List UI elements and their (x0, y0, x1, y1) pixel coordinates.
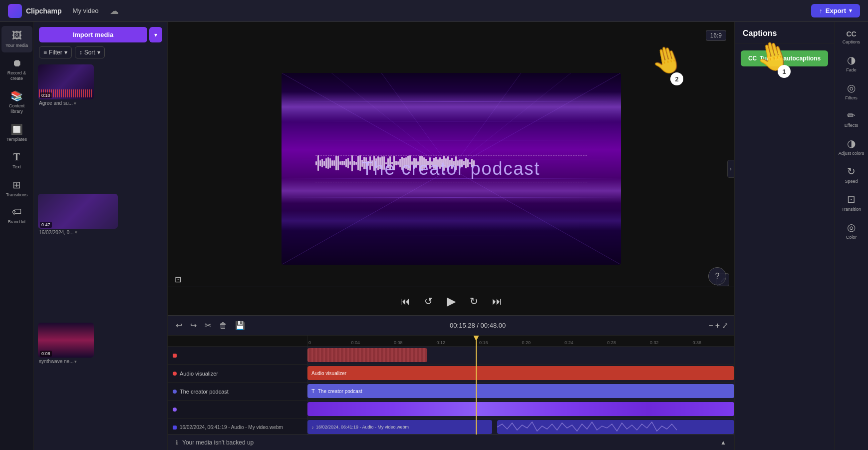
captions-header: Captions (735, 22, 834, 43)
logo-icon (8, 4, 22, 18)
sort-caret-icon: ▾ (97, 49, 100, 56)
sidebar-item-label: Brand kit (8, 219, 26, 225)
audio-clip-right[interactable] (497, 420, 734, 434)
preview-area: 16:9 (168, 22, 734, 315)
library-icon: 📚 (10, 90, 23, 102)
dotted-line-bottom (315, 182, 587, 182)
aspect-ratio-badge: 16:9 (706, 30, 726, 41)
audio-visualizer-clip[interactable]: Audio visualizer (307, 366, 734, 380)
transition-icon: ⊡ (847, 193, 856, 205)
speed-icon: ↻ (847, 165, 856, 177)
media-toolbar: Import media ▾ ≡ Filter ▾ ↕ Sort ▾ (34, 22, 167, 62)
cut-button[interactable]: ✂ (203, 320, 213, 331)
zoom-out-button[interactable]: − (708, 321, 713, 330)
export-button[interactable]: ↑ Export ▾ (811, 4, 860, 17)
help-button[interactable]: ? (708, 267, 726, 285)
media-item[interactable]: 0:10 Agree and su... ▾ (38, 64, 94, 190)
color-icon: ◎ (847, 221, 856, 233)
filter-sort-row: ≡ Filter ▾ ↕ Sort ▾ (39, 46, 162, 58)
timeline-ruler: 0 0:04 0:08 0:12 0:16 0:20 0:24 0:28 0:3… (307, 336, 734, 347)
fast-forward-button[interactable]: ↻ (468, 293, 480, 309)
backup-notice-collapse-icon[interactable]: ▲ (720, 439, 726, 446)
timeline-tracks-area[interactable]: 0 0:04 0:08 0:12 0:16 0:20 0:24 0:28 0:3… (307, 336, 734, 435)
right-panel-transition[interactable]: ⊡ Transition (836, 189, 867, 216)
video-clip-2[interactable] (307, 402, 734, 416)
turn-on-autocaptions-button[interactable]: CC Turn on autocaptions (741, 50, 828, 66)
undo-button[interactable]: ↩ (174, 320, 184, 331)
track-label-creator-podcast: The creator podcast (168, 383, 307, 401)
sidebar-item-your-media[interactable]: 🖼 Your media (1, 26, 32, 52)
filter-button[interactable]: ≡ Filter ▾ (39, 46, 72, 58)
expand-timeline-button[interactable]: ⤢ (722, 321, 728, 330)
media-duration: 0:47 (40, 222, 52, 228)
captions-title: Captions (743, 29, 777, 37)
playback-controls: ⏮ ↺ ▶ ↻ ⏭ (168, 287, 734, 315)
right-panel-label: Adjust colors (839, 151, 865, 156)
text-clip[interactable]: T The creator podcast (307, 384, 734, 398)
timeline-labels: Audio visualizer The creator podcast (168, 336, 307, 435)
right-panel-color[interactable]: ◎ Color (836, 217, 867, 244)
redo-button[interactable]: ↪ (188, 320, 199, 331)
sidebar-item-brand-kit[interactable]: 🏷 Brand kit (1, 202, 32, 229)
media-thumbnail[interactable]: 0:47 (38, 194, 118, 229)
timeline-zoom: − + ⤢ (708, 321, 728, 330)
right-panel-fade[interactable]: ◑ Fade (836, 50, 867, 77)
skip-back-button[interactable]: ⏮ (398, 294, 412, 309)
media-name: synthwave ne... ▾ (38, 358, 94, 365)
right-panel-filters[interactable]: ◎ Filters (836, 78, 867, 105)
right-panel-speed[interactable]: ↻ Speed (836, 161, 867, 188)
sidebar-item-text[interactable]: T Text (1, 147, 32, 174)
right-panel-captions[interactable]: CC Captions (836, 26, 867, 49)
media-name: 16/02/2024, 0... ▾ (38, 229, 118, 236)
sidebar: 🖼 Your media ⏺ Record & create 📚 Content… (0, 22, 34, 450)
sort-button[interactable]: ↕ Sort ▾ (75, 46, 105, 58)
track-label-text: Audio visualizer (180, 371, 218, 377)
collapse-right-panel-button[interactable]: › (727, 160, 734, 178)
track-color-dot (173, 372, 177, 376)
import-caret-button[interactable]: ▾ (149, 27, 162, 42)
sidebar-item-record-create[interactable]: ⏺ Record & create (1, 53, 32, 85)
text-icon: T (13, 151, 20, 163)
save-button[interactable]: 💾 (233, 320, 247, 331)
track-label-video-2 (168, 401, 307, 419)
audio-clip-left[interactable]: ♪ 16/02/2024, 06:41:19 - Audio - My vide… (307, 420, 492, 434)
my-video-tab[interactable]: My video (68, 5, 104, 16)
sidebar-item-label: Transitions (6, 192, 28, 198)
captions-panel-icon: CC (846, 30, 856, 38)
filters-icon: ◎ (847, 82, 856, 94)
delete-button[interactable]: 🗑 (217, 320, 229, 331)
filter-icon: ≡ (43, 49, 47, 56)
subtitle-button: ⊡ (173, 273, 183, 286)
right-panel-label: Filters (845, 95, 858, 101)
video-title: The creator podcast (361, 158, 540, 179)
media-duration: 0:08 (40, 351, 52, 357)
sidebar-item-label: Templates (6, 137, 27, 142)
sort-icon: ↕ (79, 49, 82, 56)
play-button[interactable]: ▶ (445, 292, 458, 310)
timeline: ↩ ↪ ✂ 🗑 💾 00:15.28 / 00:48.00 − + ⤢ (168, 315, 734, 450)
track-color-dot (173, 408, 177, 412)
sidebar-item-transitions[interactable]: ⊞ Transitions (1, 175, 32, 202)
import-media-button[interactable]: Import media (39, 27, 147, 42)
media-thumbnail[interactable]: 0:10 (38, 64, 94, 99)
right-panel-effects[interactable]: ✏ Effects (836, 105, 867, 132)
backup-notice: ℹ Your media isn't backed up ▲ (168, 435, 734, 450)
sidebar-item-label: Content library (3, 103, 30, 114)
sidebar-item-templates[interactable]: 🔲 Templates (1, 119, 32, 146)
zoom-in-button[interactable]: + (715, 321, 720, 330)
timeline-body: Audio visualizer The creator podcast (168, 336, 734, 435)
app-name: Clipchamp (26, 7, 62, 15)
media-item[interactable]: 0:47 16/02/2024, 0... ▾ (38, 194, 118, 319)
subtitle-toggle-button[interactable]: ⊡ (173, 273, 183, 286)
video-clip[interactable] (307, 348, 427, 362)
right-panel-adjust-colors[interactable]: ◑ Adjust colors (836, 133, 867, 160)
media-item[interactable]: 0:08 synthwave ne... ▾ (38, 323, 94, 448)
media-thumbnail[interactable]: 0:08 (38, 323, 94, 358)
right-panel-label: Captions (843, 39, 861, 45)
skip-forward-button[interactable]: ⏭ (490, 294, 504, 309)
video-clips-row (307, 347, 734, 365)
audio-visualizer-track: Audio visualizer (307, 365, 734, 383)
sidebar-item-content-library[interactable]: 📚 Content library (1, 86, 32, 118)
right-panel-label: Fade (846, 67, 857, 73)
rewind-button[interactable]: ↺ (422, 293, 435, 309)
